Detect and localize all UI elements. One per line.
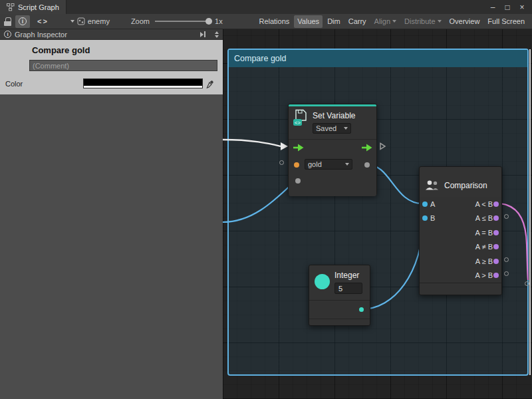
dock-panel-button[interactable] <box>200 31 205 37</box>
variable-badge-icon: <> <box>295 120 301 126</box>
comparison-row: A A < B <box>420 197 501 211</box>
comparison-footer <box>420 283 501 295</box>
toolbar-button-relations[interactable]: Relations <box>255 15 293 28</box>
output-a-gte-b-port[interactable] <box>493 259 499 264</box>
info-icon <box>4 31 11 38</box>
align-label: Align <box>374 17 390 25</box>
graph-canvas[interactable]: Compare gold <> Set Varia <box>223 29 532 399</box>
code-view-button[interactable]: <> <box>34 15 52 28</box>
unity-script-graph-window: Script Graph – □ × <> enemy Zoom 1x Rela… <box>0 0 532 399</box>
output-a-neq-b-port[interactable] <box>493 244 499 249</box>
comparison-header: Comparison <box>420 167 501 197</box>
window-tab-bar: Script Graph – □ × <box>0 0 532 14</box>
graph-inspector-panel: Graph Inspector Compare gold Color <box>0 29 223 399</box>
comparison-ports: A A < B B A ≤ B A = B A ≠ B <box>420 197 501 283</box>
unconnected-port-indicator[interactable] <box>525 281 529 286</box>
comment-input[interactable] <box>29 60 217 71</box>
toolbar-button-dim[interactable]: Dim <box>324 15 344 28</box>
unconnected-port-indicator[interactable] <box>504 214 509 219</box>
unconnected-port-indicator[interactable] <box>279 160 284 165</box>
toolbar-button-distribute[interactable]: Distribute <box>401 15 444 28</box>
graph-inspector-title: Graph Inspector <box>15 31 67 39</box>
comparison-node[interactable]: Comparison A A < B B A ≤ B A = B <box>419 166 502 295</box>
flow-output-port[interactable] <box>361 144 372 152</box>
unconnected-port-indicator[interactable] <box>504 257 509 262</box>
dropdown-caret-icon <box>345 163 349 166</box>
graph-inspector-header: Graph Inspector <box>0 29 223 40</box>
integer-footer <box>309 319 370 325</box>
integer-output-port[interactable] <box>359 307 364 312</box>
flow-input-port[interactable] <box>293 144 304 152</box>
inspector-toggle-button[interactable] <box>15 15 30 28</box>
dropdown-caret-icon <box>344 127 348 130</box>
toolbar-button-carry[interactable]: Carry <box>345 15 370 28</box>
toolbar-button-fullscreen[interactable]: Full Screen <box>484 15 528 28</box>
output-label: A < B <box>475 200 493 208</box>
integer-literal-icon <box>315 274 330 289</box>
node-title: Comparison <box>444 181 487 190</box>
graph-toolbar: <> enemy Zoom 1x Relations Values Dim Ca… <box>0 14 532 29</box>
script-graph-icon <box>7 3 15 11</box>
value-output-port[interactable] <box>364 162 370 168</box>
dock-arrow-icon <box>200 32 203 37</box>
eyedropper-icon <box>205 79 215 88</box>
close-button[interactable]: × <box>516 1 528 13</box>
input-a-port[interactable] <box>422 201 428 207</box>
selected-graph-title: Compare gold <box>32 45 217 55</box>
comparison-row: A ≥ B <box>420 254 501 269</box>
maximize-button[interactable]: □ <box>501 1 513 13</box>
minimize-button[interactable]: – <box>487 1 499 13</box>
comparison-row: A > B <box>420 269 501 283</box>
tab-label: Script Graph <box>18 3 59 11</box>
comparison-row: A ≠ B <box>420 240 501 255</box>
comparison-row: A = B <box>420 225 501 240</box>
input-b-port[interactable] <box>422 215 428 221</box>
input-b-label: B <box>430 214 435 222</box>
output-label: A ≠ B <box>475 243 493 251</box>
lock-icon[interactable] <box>4 17 11 26</box>
set-variable-node[interactable]: <> Set Variable Saved gold <box>288 104 377 196</box>
dock-bar-icon <box>204 31 205 37</box>
toolbar-button-overview[interactable]: Overview <box>446 15 483 28</box>
output-label: A ≤ B <box>475 214 493 222</box>
dropdown-caret-icon <box>438 20 442 23</box>
variable-kind-dropdown[interactable]: Saved <box>313 123 351 134</box>
zoom-slider-handle[interactable] <box>205 18 212 25</box>
group-header[interactable]: Compare gold <box>229 50 527 67</box>
eyedropper-button[interactable] <box>205 79 215 88</box>
color-label: Color <box>5 80 83 88</box>
scroll-stepper[interactable] <box>215 31 219 38</box>
distribute-label: Distribute <box>404 17 435 25</box>
zoom-control: Zoom 1x <box>131 17 223 25</box>
zoom-label: Zoom <box>131 17 150 25</box>
zoom-value: 1x <box>215 17 223 25</box>
set-variable-body: gold <box>289 139 376 196</box>
save-variable-icon: <> <box>293 109 309 126</box>
zoom-slider[interactable] <box>155 21 209 22</box>
unconnected-flow-indicator[interactable] <box>379 142 386 151</box>
graph-breadcrumb[interactable]: enemy <box>70 17 110 25</box>
toolbar-button-align[interactable]: Align <box>371 15 400 28</box>
code-icon: <> <box>37 17 49 25</box>
value-input-port[interactable] <box>295 178 301 184</box>
graph-vertical-scrollbar[interactable] <box>529 49 531 375</box>
unconnected-port-indicator[interactable] <box>504 271 509 276</box>
toolbar-button-values[interactable]: Values <box>294 15 323 28</box>
output-a-eq-b-port[interactable] <box>493 230 499 235</box>
graph-asset-icon <box>77 17 85 25</box>
inspector-body: Compare gold Color <box>0 40 223 94</box>
set-variable-header: <> Set Variable Saved <box>289 106 376 139</box>
integer-node[interactable]: Integer 5 <box>309 265 370 326</box>
variable-select-dropdown[interactable]: gold <box>305 159 352 170</box>
comparison-icon <box>425 180 440 191</box>
color-swatch[interactable] <box>83 78 203 88</box>
output-label: A ≥ B <box>475 257 493 265</box>
script-graph-tab[interactable]: Script Graph <box>0 0 66 14</box>
integer-value-field[interactable]: 5 <box>334 283 362 294</box>
output-a-gt-b-port[interactable] <box>493 273 499 278</box>
output-a-less-b-port[interactable] <box>493 201 499 207</box>
input-a-label: A <box>430 200 435 208</box>
variable-name-port[interactable] <box>294 162 299 168</box>
output-label: A > B <box>475 271 493 279</box>
output-a-lte-b-port[interactable] <box>493 215 499 221</box>
